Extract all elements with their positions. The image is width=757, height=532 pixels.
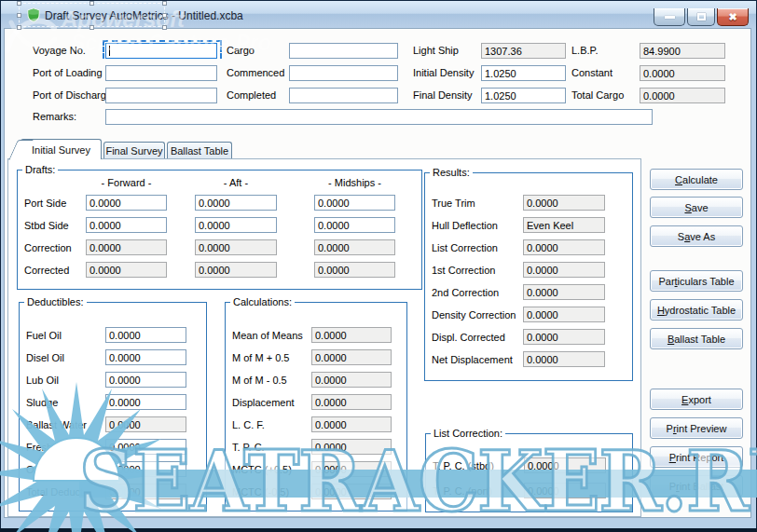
selection-handle — [162, 13, 167, 18]
port-of-loading-label: Port of Loading — [33, 67, 103, 78]
draft-stbdside-aft-input[interactable] — [195, 217, 277, 233]
draft-portside-forward-input[interactable] — [86, 195, 167, 211]
deductibles-row-label: Sludge — [26, 397, 58, 408]
port-of-discharge-label: Port of Discharge — [33, 89, 112, 101]
m-of-m-minus-value — [311, 372, 392, 388]
first-correction-value — [523, 262, 605, 278]
drafts-col-forward: - Forward - — [86, 177, 167, 188]
selection-handle — [162, 1, 167, 6]
deductibles-row-label: Disel Oil — [26, 352, 64, 363]
app-window: Draft Survey AutoMetrics - Untitled.xcba… — [0, 0, 757, 532]
selection-handle — [17, 13, 21, 18]
draft-portside-midships-input[interactable] — [314, 195, 395, 211]
total-cargo-value — [640, 88, 725, 103]
lbp-value — [640, 43, 725, 59]
calculations-row-label: L. C. F. — [232, 419, 265, 430]
calculations-row-label: Displacement — [232, 397, 295, 408]
initial-density-input[interactable] — [481, 65, 566, 81]
final-density-label: Final Density — [413, 89, 473, 101]
results-group-title: Results: — [430, 167, 473, 178]
cargo-input[interactable] — [289, 43, 398, 59]
list-correction-value — [523, 239, 605, 255]
disel-oil-input[interactable] — [105, 349, 186, 365]
minimize-button[interactable] — [654, 8, 685, 26]
lcf-value — [311, 416, 392, 432]
completed-input[interactable] — [289, 88, 398, 103]
drafts-row-label: Correction — [24, 242, 72, 253]
deductibles-row-label: Total Deduct. — [26, 486, 86, 498]
sludge-input[interactable] — [105, 394, 186, 410]
results-row-label: Density Correction — [432, 309, 516, 321]
final-density-input[interactable] — [481, 88, 566, 103]
maximize-button[interactable] — [687, 8, 715, 26]
print-preview-button[interactable]: Print Preview — [650, 417, 743, 439]
export-button[interactable]: Export — [650, 389, 743, 410]
net-displacement-value — [523, 351, 605, 367]
selection-handle — [89, 1, 94, 6]
selection-handle — [17, 25, 21, 30]
ballast-water-value — [105, 416, 186, 432]
tab-ballast-table[interactable]: Ballast Table — [167, 142, 232, 159]
close-icon: ✖ — [728, 12, 736, 22]
save-as-button[interactable]: Save As — [650, 225, 743, 247]
hydrostatic-table-button[interactable]: Hydrostatic Table — [650, 299, 743, 321]
list-correction-row-label: T. P. C. (stbd) — [433, 460, 494, 471]
drafts-row-label: Stbd Side — [24, 220, 69, 231]
commenced-input[interactable] — [289, 65, 398, 81]
remarks-label: Remarks: — [33, 111, 76, 122]
close-button[interactable]: ✖ — [717, 8, 749, 26]
fresh-water-input[interactable] — [105, 439, 186, 455]
remarks-input[interactable] — [105, 109, 653, 125]
light-ship-label: Light Ship — [413, 45, 459, 56]
draft-correction-aft-value — [195, 239, 277, 255]
calculations-group-title: Calculations: — [230, 296, 295, 307]
port-of-discharge-input[interactable] — [105, 88, 217, 103]
drafts-col-aft: - Aft - — [195, 177, 277, 188]
calculate-button[interactable]: Calculate — [650, 169, 743, 190]
particulars-table-button[interactable]: Particulars Table — [650, 270, 743, 292]
lbp-label: L.B.P. — [571, 45, 599, 56]
voyage-no-input[interactable] — [105, 43, 217, 59]
deductibles-row-label: Ballast Water — [26, 419, 87, 430]
calculations-row-label: MCTC (+0.5) — [232, 464, 292, 475]
drafts-row-label: Port Side — [24, 198, 66, 209]
fuel-oil-input[interactable] — [105, 327, 186, 343]
deductibles-row-label: Fuel Oil — [26, 330, 62, 341]
tab-final-survey[interactable]: Final Survey — [103, 142, 165, 159]
draft-stbdside-forward-input[interactable] — [86, 217, 167, 233]
true-trim-value — [523, 195, 605, 211]
save-button[interactable]: Save — [650, 197, 743, 218]
other-input[interactable] — [105, 461, 186, 477]
selection-handle — [162, 25, 167, 30]
print-ballast-button[interactable]: Print Ballast — [650, 475, 743, 497]
displacement-value — [311, 394, 392, 410]
ballast-table-button[interactable]: Ballast Table — [650, 328, 743, 349]
print-report-button[interactable]: Print Report — [650, 446, 743, 468]
calculations-row-label: M of M + 0.5 — [232, 352, 289, 363]
port-of-loading-input[interactable] — [105, 65, 217, 81]
window-title: Draft Survey AutoMetrics - Untitled.xcba — [45, 9, 243, 22]
constant-label: Constant — [571, 67, 612, 78]
total-cargo-label: Total Cargo — [571, 89, 624, 101]
tab-initial-survey[interactable]: Initial Survey — [21, 139, 102, 159]
mctc-minus-value — [311, 484, 392, 499]
lub-oil-input[interactable] — [105, 372, 186, 388]
draft-portside-aft-input[interactable] — [195, 195, 277, 211]
mctc-plus-value — [311, 461, 392, 477]
light-ship-value — [481, 43, 566, 59]
draft-stbdside-midships-input[interactable] — [314, 217, 395, 233]
selection-handle — [17, 1, 21, 6]
draft-corrected-aft-value — [195, 262, 277, 278]
deductibles-row-label: Other — [26, 464, 52, 475]
draft-corrected-midships-value — [314, 262, 395, 278]
results-row-label: 2nd Correction — [432, 287, 499, 298]
voyage-no-label: Voyage No. — [33, 45, 86, 56]
tpc-stbd-value — [524, 457, 606, 473]
m-of-m-plus-value — [311, 349, 392, 365]
deductibles-row-label: Lub Oil — [26, 375, 59, 386]
minimize-icon — [665, 16, 675, 19]
cargo-label: Cargo — [227, 45, 255, 56]
displ-corrected-value — [523, 329, 605, 345]
results-row-label: Net Displacement — [432, 354, 513, 365]
commenced-label: Commenced — [227, 67, 284, 78]
